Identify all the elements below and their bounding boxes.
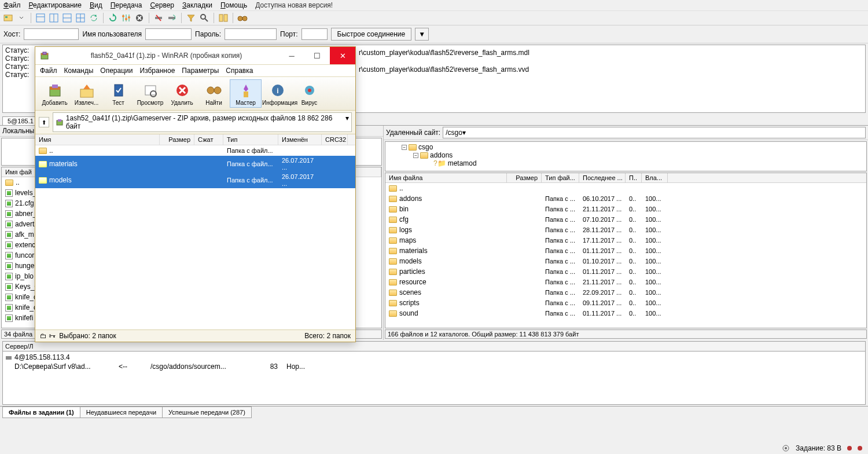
queue-list[interactable]: 4@185.158.113.4 D:\Сервера\Surf v8\ad...… <box>2 352 866 405</box>
file-icon <box>5 200 13 207</box>
minimize-button[interactable]: ─ <box>279 47 304 64</box>
tab-success[interactable]: Успешные передачи (287) <box>162 407 252 418</box>
menu-edit[interactable]: Редактирование <box>29 1 82 9</box>
user-input[interactable] <box>145 28 192 40</box>
queue-server-row[interactable]: 4@185.158.113.4 <box>5 353 863 362</box>
svg-text:i: i <box>277 87 278 95</box>
layout1-icon[interactable] <box>35 12 46 24</box>
list-item[interactable]: scriptsПапка с ...09.11.2017 ...0..100..… <box>385 298 866 308</box>
host-input[interactable] <box>24 28 79 40</box>
maximize-button[interactable]: ☐ <box>304 47 330 64</box>
reconnect-icon[interactable] <box>166 12 178 24</box>
list-item[interactable]: cfgПапка с ...07.10.2017 ...0..100... <box>385 214 866 225</box>
connection-tab[interactable]: 5@185.1 <box>2 116 39 125</box>
wtb-virus[interactable]: Вирус <box>293 79 325 108</box>
queue-tabs: Файлы в задании (1) Неудавшиеся передачи… <box>0 406 868 418</box>
list-item[interactable]: ..Папка с файл... <box>35 145 355 156</box>
svg-rect-25 <box>219 14 223 21</box>
wmenu-help[interactable]: Справка <box>226 67 253 75</box>
pass-input[interactable] <box>225 28 277 40</box>
wtb-info[interactable]: iИнформация <box>262 79 293 108</box>
sync-icon[interactable] <box>88 12 100 24</box>
tab-failed[interactable]: Неудавшиеся передачи <box>80 407 163 418</box>
svg-line-24 <box>205 19 208 21</box>
winrar-path-combo[interactable]: 1ash52_0a41f (1).zip\Gameserver - ZIP ар… <box>53 112 352 132</box>
binoculars-icon[interactable] <box>237 12 248 24</box>
tab-queued[interactable]: Файлы в задании (1) <box>2 407 80 418</box>
layout3-icon[interactable] <box>61 12 73 24</box>
port-label: Порт: <box>280 30 298 38</box>
svg-rect-26 <box>224 14 227 21</box>
winrar-pathbar: ⬆ 1ash52_0a41f (1).zip\Gameserver - ZIP … <box>35 111 355 134</box>
search-icon[interactable] <box>198 12 210 24</box>
folder-icon <box>420 152 428 159</box>
wmenu-options[interactable]: Параметры <box>182 67 219 75</box>
menu-help[interactable]: Помощь <box>220 1 247 9</box>
svg-point-16 <box>128 16 130 19</box>
list-item[interactable]: .. <box>385 183 866 193</box>
wmenu-tools[interactable]: Операции <box>100 67 133 75</box>
test-icon <box>103 81 134 100</box>
tree-collapse-icon[interactable]: − <box>413 153 418 158</box>
tree-collapse-icon[interactable]: − <box>402 145 407 150</box>
close-button[interactable]: ✕ <box>330 47 355 64</box>
list-item[interactable]: scenesПапка с ...22.09.2017 ...0..100... <box>385 287 866 298</box>
up-button[interactable]: ⬆ <box>39 117 49 127</box>
file-icon <box>5 189 13 197</box>
wtb-add[interactable]: Добавить <box>39 79 71 108</box>
quickconnect-dropdown[interactable]: ▼ <box>415 28 429 41</box>
remote-filelist[interactable]: Имя файла Размер Тип фай... Последнее ..… <box>385 173 867 328</box>
dropdown-icon[interactable] <box>16 12 27 24</box>
file-icon <box>5 273 13 280</box>
sitemanager-icon[interactable] <box>2 12 14 24</box>
folder-icon <box>409 144 417 151</box>
wtb-view[interactable]: Просмотр <box>134 79 166 108</box>
menu-update[interactable]: Доступна новая версия! <box>255 1 333 9</box>
process-icon[interactable] <box>120 12 132 24</box>
quickconnect-button[interactable]: Быстрое соединение <box>331 28 412 41</box>
wmenu-file[interactable]: Файл <box>40 67 57 75</box>
menu-file[interactable]: Файл <box>3 1 21 9</box>
menu-server[interactable]: Сервер <box>150 1 174 9</box>
list-item[interactable]: binПапка с ...21.11.2017 ...0..100... <box>385 204 866 214</box>
disconnect-icon[interactable] <box>153 12 164 24</box>
list-item[interactable]: logsПапка с ...28.11.2017 ...0..100... <box>385 225 866 235</box>
menu-bookmarks[interactable]: Закладки <box>182 1 212 9</box>
list-item[interactable]: soundПапка с ...01.11.2017 ...0..100... <box>385 308 866 318</box>
winrar-statusbar: 🗀 🗝Выбрано: 2 папок Всего: 2 папок <box>35 329 355 342</box>
list-item[interactable]: materialsПапка с файл...26.07.2017 ... <box>35 156 355 172</box>
layout4-icon[interactable] <box>75 12 86 24</box>
queue-item-row[interactable]: D:\Сервера\Surf v8\ad... <-- /csgo/addon… <box>5 362 863 371</box>
list-item[interactable]: materialsПапка с ...01.11.2017 ...0..100… <box>385 246 866 256</box>
list-item[interactable]: modelsПапка с файл...26.07.2017 ... <box>35 172 355 188</box>
wtb-delete[interactable]: Удалить <box>166 79 198 108</box>
list-item[interactable]: resourceПапка с ...21.11.2017 ...0..100.… <box>385 277 866 287</box>
menu-view[interactable]: Вид <box>90 1 102 9</box>
wmenu-fav[interactable]: Избранное <box>140 67 175 75</box>
list-item[interactable]: particlesПапка с ...01.11.2017 ...0..100… <box>385 266 866 277</box>
delete-icon <box>167 81 197 100</box>
refresh-icon[interactable] <box>107 12 119 24</box>
remote-tree[interactable]: −csgo −addons ?📁metamod <box>385 141 867 171</box>
port-input[interactable] <box>301 28 328 40</box>
wtb-test[interactable]: Тест <box>102 79 134 108</box>
cancel-icon[interactable] <box>134 12 145 24</box>
filter-icon[interactable] <box>185 12 197 24</box>
list-item[interactable]: mapsПапка с ...17.11.2017 ...0..100... <box>385 235 866 246</box>
main-menubar: Файл Редактирование Вид Передача Сервер … <box>0 0 868 11</box>
remote-path-combo[interactable]: /csgo▾ <box>443 127 866 138</box>
winrar-titlebar[interactable]: flash52_0a41f (1).zip - WinRAR (пробная … <box>35 47 355 64</box>
svg-rect-38 <box>80 89 93 97</box>
winrar-filelist[interactable]: Имя Размер Сжат Тип Изменён CRC32 ..Папк… <box>35 134 355 329</box>
menu-transfer[interactable]: Передача <box>111 1 142 9</box>
list-item[interactable]: addonsПапка с ...06.10.2017 ...0..100... <box>385 193 866 204</box>
compare-icon[interactable] <box>218 12 229 24</box>
list-item[interactable]: modelsПапка с ...01.10.2017 ...0..100... <box>385 256 866 266</box>
folder-icon <box>39 148 47 154</box>
layout2-icon[interactable] <box>48 12 60 24</box>
gear-icon[interactable] <box>782 444 790 452</box>
wtb-find[interactable]: Найти <box>198 79 230 108</box>
wtb-extract[interactable]: Извлеч... <box>71 79 102 108</box>
wtb-wizard[interactable]: Мастер <box>230 79 262 108</box>
wmenu-commands[interactable]: Команды <box>64 67 94 75</box>
